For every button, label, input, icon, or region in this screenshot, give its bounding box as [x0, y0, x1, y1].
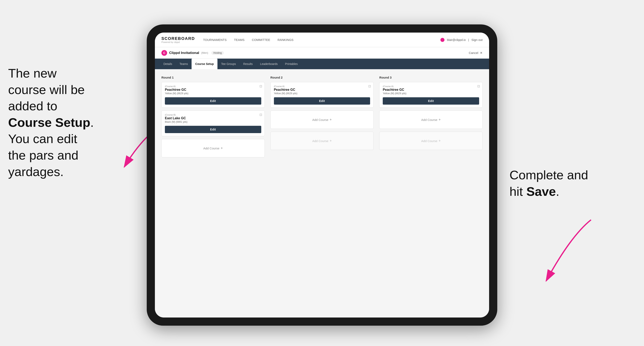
round2-add-course-plus-icon: + [330, 118, 332, 122]
tab-tee-groups[interactable]: Tee Groups [218, 59, 240, 69]
sign-out-link[interactable]: Sign out [472, 38, 482, 41]
round2-add-course-label: Add Course [312, 118, 328, 122]
top-nav: SCOREBOARD Powered by clippd TOURNAMENTS… [155, 32, 489, 47]
round1-course-b-label: (Course B) [165, 114, 261, 116]
arrow-right-icon [514, 216, 599, 293]
round2-add-course-disabled: Add Course + [270, 132, 374, 150]
round-2-label: Round 2 [270, 76, 374, 79]
nav-links: TOURNAMENTS TEAMS COMMITTEE RANKINGS [203, 38, 440, 41]
hosting-badge: Hosting [211, 51, 224, 55]
round3-add-course-plus-icon: + [438, 118, 441, 122]
tablet-screen: SCOREBOARD Powered by clippd TOURNAMENTS… [155, 32, 489, 318]
annotation-right: Complete and hit Save. [510, 167, 624, 200]
round1-course-a-details: Yellow (M) (6629 yds) [165, 92, 261, 95]
round3-add-course-disabled-plus-icon: + [438, 139, 441, 143]
tournament-name: Clippd Invitational [169, 51, 199, 55]
logo-powered: Powered by clippd [162, 41, 195, 43]
round1-course-b-details: Black (M) (6891 yds) [165, 121, 261, 123]
nav-tournaments[interactable]: TOURNAMENTS [203, 38, 226, 41]
round2-add-course-button[interactable]: Add Course + [270, 111, 374, 129]
tab-teams[interactable]: Teams [176, 59, 192, 69]
round2-add-course-disabled-plus-icon: + [330, 139, 332, 143]
round-1-column: Round 1 ⊡ (Course A) Peachtree GC Yellow… [162, 76, 265, 160]
round2-course-a-name: Peachtree GC [274, 88, 370, 92]
round2-course-a-delete-icon[interactable]: ⊡ [368, 84, 371, 88]
round3-add-course-button[interactable]: Add Course + [379, 111, 482, 129]
round-2-column: Round 2 ⊡ (Course A) Peachtree GC Yellow… [270, 76, 374, 160]
round3-course-a-details: Yellow (M) (6629 yds) [383, 92, 479, 95]
nav-right: blair@clippd.io | Sign out [440, 38, 482, 42]
user-avatar [440, 38, 444, 42]
round3-course-a-card: ⊡ (Course A) Peachtree GC Yellow (M) (66… [379, 82, 482, 108]
round1-add-course-button[interactable]: Add Course + [162, 139, 265, 157]
round1-course-b-name: East Lake GC [165, 116, 261, 120]
tab-details[interactable]: Details [160, 59, 176, 69]
round1-course-b-card: ⊡ (Course B) East Lake GC Black (M) (689… [162, 111, 265, 136]
cancel-x-icon: ✕ [480, 51, 482, 54]
nav-teams[interactable]: TEAMS [234, 38, 244, 41]
round1-add-course-plus-icon: + [221, 146, 223, 151]
tab-course-setup[interactable]: Course Setup [192, 59, 218, 69]
tablet-frame: SCOREBOARD Powered by clippd TOURNAMENTS… [147, 24, 497, 326]
round2-add-course-disabled-label: Add Course [312, 139, 328, 143]
round1-course-b-delete-icon[interactable]: ⊡ [260, 113, 262, 117]
round1-add-course-label: Add Course [203, 147, 219, 150]
round1-course-a-label: (Course A) [165, 85, 261, 88]
tournament-logo: C [162, 50, 167, 56]
round1-course-a-edit-button[interactable]: Edit [165, 97, 261, 105]
round1-course-a-name: Peachtree GC [165, 88, 261, 92]
tab-leaderboards[interactable]: Leaderboards [256, 59, 281, 69]
round3-course-a-delete-icon[interactable]: ⊡ [477, 84, 480, 88]
round2-course-a-card: ⊡ (Course A) Peachtree GC Yellow (M) (66… [270, 82, 374, 108]
round3-add-course-disabled: Add Course + [379, 132, 482, 150]
main-content: Round 1 ⊡ (Course A) Peachtree GC Yellow… [155, 69, 489, 318]
nav-rankings[interactable]: RANKINGS [278, 38, 294, 41]
rounds-grid: Round 1 ⊡ (Course A) Peachtree GC Yellow… [162, 76, 482, 160]
logo-scoreboard: SCOREBOARD [162, 36, 195, 41]
user-email: blair@clippd.io [447, 38, 466, 41]
round3-add-course-label: Add Course [421, 118, 437, 122]
round3-course-a-label: (Course A) [383, 85, 479, 88]
round2-course-a-edit-button[interactable]: Edit [274, 97, 370, 105]
cancel-button[interactable]: Cancel ✕ [469, 51, 482, 55]
round3-add-course-disabled-label: Add Course [421, 139, 437, 143]
round1-course-a-card: ⊡ (Course A) Peachtree GC Yellow (M) (66… [162, 82, 265, 108]
logo-area: SCOREBOARD Powered by clippd [162, 36, 195, 43]
round-3-label: Round 3 [379, 76, 482, 79]
tab-bar: Details Teams Course Setup Tee Groups Re… [155, 59, 489, 69]
round-1-label: Round 1 [162, 76, 265, 79]
nav-committee[interactable]: COMMITTEE [252, 38, 270, 41]
tournament-gender: (Men) [201, 51, 208, 54]
round1-course-a-delete-icon[interactable]: ⊡ [260, 84, 262, 88]
round1-course-b-edit-button[interactable]: Edit [165, 126, 261, 133]
sub-header: C Clippd Invitational (Men) Hosting Canc… [155, 47, 489, 59]
nav-separator: | [468, 38, 469, 41]
round3-course-a-edit-button[interactable]: Edit [383, 97, 479, 105]
round2-course-a-details: Yellow (M) (6629 yds) [274, 92, 370, 95]
tab-results[interactable]: Results [240, 59, 256, 69]
round3-course-a-name: Peachtree GC [383, 88, 479, 92]
tab-printables[interactable]: Printables [282, 59, 302, 69]
round2-course-a-label: (Course A) [274, 85, 370, 88]
round-3-column: Round 3 ⊡ (Course A) Peachtree GC Yellow… [379, 76, 482, 160]
